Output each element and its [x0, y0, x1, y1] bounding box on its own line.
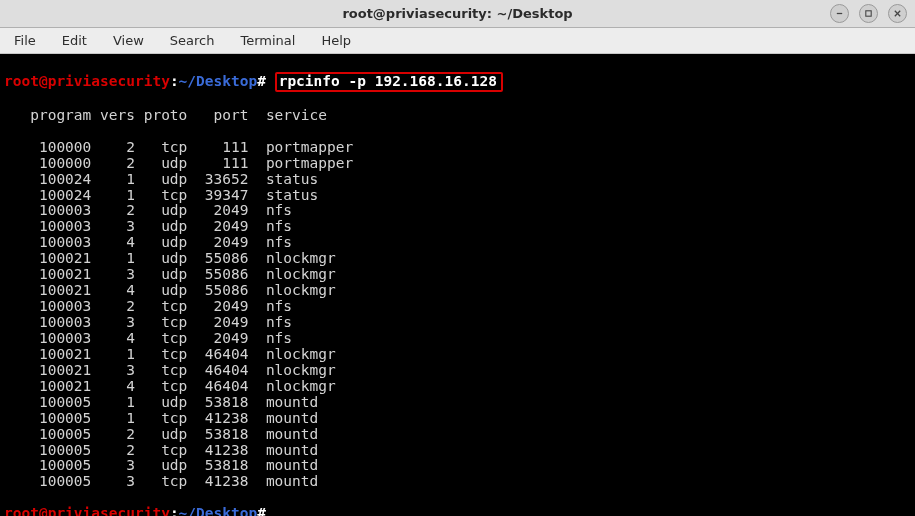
- maximize-icon: [864, 9, 873, 18]
- table-row: 100024 1 udp 33652 status: [4, 172, 911, 188]
- menu-edit[interactable]: Edit: [54, 31, 95, 50]
- prompt-hash: #: [257, 73, 266, 89]
- table-row: 100021 4 udp 55086 nlockmgr: [4, 283, 911, 299]
- close-button[interactable]: [888, 4, 907, 23]
- titlebar: root@priviasecurity: ~/Desktop: [0, 0, 915, 28]
- table-row: 100021 3 tcp 46404 nlockmgr: [4, 363, 911, 379]
- prompt-colon: :: [170, 505, 179, 516]
- prompt-user: root@priviasecurity: [4, 505, 170, 516]
- menu-file[interactable]: File: [6, 31, 44, 50]
- table-row: 100021 3 udp 55086 nlockmgr: [4, 267, 911, 283]
- maximize-button[interactable]: [859, 4, 878, 23]
- menubar: File Edit View Search Terminal Help: [0, 28, 915, 54]
- table-row: 100005 3 tcp 41238 mountd: [4, 474, 911, 490]
- terminal-area[interactable]: root@priviasecurity:~/Desktop# rpcinfo -…: [0, 54, 915, 516]
- prompt-hash: #: [257, 505, 266, 516]
- window-controls: [830, 4, 907, 23]
- table-row: 100021 1 udp 55086 nlockmgr: [4, 251, 911, 267]
- table-header: program vers proto port service: [4, 108, 911, 124]
- minimize-icon: [835, 9, 844, 18]
- highlighted-command: rpcinfo -p 192.168.16.128: [275, 72, 503, 92]
- minimize-button[interactable]: [830, 4, 849, 23]
- menu-help[interactable]: Help: [313, 31, 359, 50]
- table-row: 100000 2 udp 111 portmapper: [4, 156, 911, 172]
- table-row: 100005 1 udp 53818 mountd: [4, 395, 911, 411]
- table-row: 100021 4 tcp 46404 nlockmgr: [4, 379, 911, 395]
- prompt-path: ~/Desktop: [179, 505, 258, 516]
- table-row: 100005 2 udp 53818 mountd: [4, 427, 911, 443]
- prompt-user: root@priviasecurity: [4, 73, 170, 89]
- table-row: 100003 2 udp 2049 nfs: [4, 203, 911, 219]
- prompt-path: ~/Desktop: [179, 73, 258, 89]
- table-row: 100005 1 tcp 41238 mountd: [4, 411, 911, 427]
- prompt-line-2: root@priviasecurity:~/Desktop#: [4, 506, 911, 516]
- svg-rect-1: [866, 11, 871, 16]
- table-row: 100003 4 udp 2049 nfs: [4, 235, 911, 251]
- menu-terminal[interactable]: Terminal: [232, 31, 303, 50]
- window-title: root@priviasecurity: ~/Desktop: [342, 6, 572, 21]
- close-icon: [893, 9, 902, 18]
- table-body: 100000 2 tcp 111 portmapper 100000 2 udp…: [4, 140, 911, 491]
- menu-view[interactable]: View: [105, 31, 152, 50]
- prompt-colon: :: [170, 73, 179, 89]
- menu-search[interactable]: Search: [162, 31, 223, 50]
- table-row: 100005 3 udp 53818 mountd: [4, 458, 911, 474]
- table-row: 100003 3 tcp 2049 nfs: [4, 315, 911, 331]
- table-row: 100003 4 tcp 2049 nfs: [4, 331, 911, 347]
- table-row: 100005 2 tcp 41238 mountd: [4, 443, 911, 459]
- table-row: 100021 1 tcp 46404 nlockmgr: [4, 347, 911, 363]
- table-row: 100024 1 tcp 39347 status: [4, 188, 911, 204]
- table-row: 100003 3 udp 2049 nfs: [4, 219, 911, 235]
- table-row: 100000 2 tcp 111 portmapper: [4, 140, 911, 156]
- prompt-line-1: root@priviasecurity:~/Desktop# rpcinfo -…: [4, 72, 911, 92]
- table-row: 100003 2 tcp 2049 nfs: [4, 299, 911, 315]
